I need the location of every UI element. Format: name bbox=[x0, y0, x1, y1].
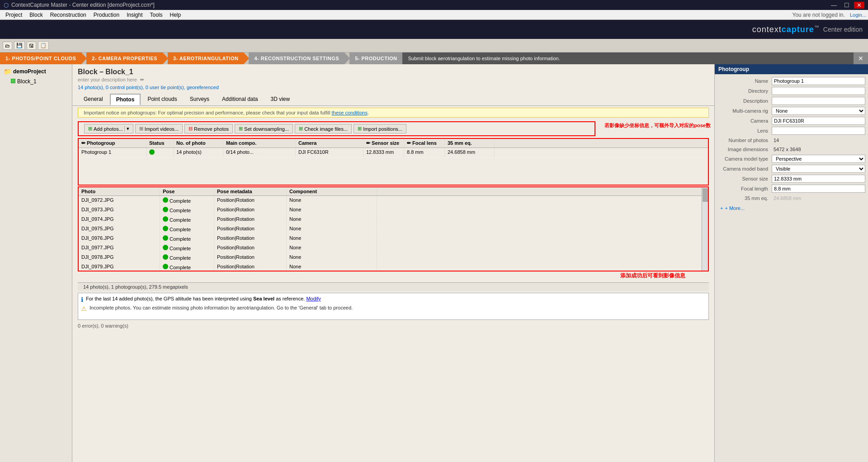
pg-eq-cell: 24.6858 mm bbox=[445, 148, 495, 157]
sidebar-block[interactable]: Block_1 bbox=[2, 77, 70, 86]
edit-desc-icon[interactable]: ✏ bbox=[140, 77, 144, 82]
pg-col-camera: Camera bbox=[296, 139, 363, 148]
menu-tools[interactable]: Tools bbox=[146, 11, 166, 19]
modify-link[interactable]: Modify bbox=[306, 296, 321, 301]
wf-tab-photos[interactable]: 1- PHOTOS/POINT CLOUDS bbox=[0, 52, 81, 64]
notice-link[interactable]: these conditions bbox=[331, 110, 368, 115]
edit-sensor-icon[interactable]: ✏ bbox=[366, 140, 370, 146]
field-multicam: Multi-camera rig None bbox=[717, 107, 865, 115]
num-photos-value: 14 bbox=[772, 137, 865, 144]
photo-col-photo: Photo bbox=[79, 187, 160, 195]
camera-input[interactable] bbox=[772, 117, 865, 125]
photo-meta: Position|Rotation bbox=[214, 205, 287, 214]
photo-row[interactable]: DJI_0974.JPG Complete Position|Rotation … bbox=[79, 215, 708, 224]
tab-general[interactable]: General bbox=[78, 94, 109, 105]
wf-tab-recon[interactable]: 4- RECONSTRUCTION SETTINGS bbox=[249, 52, 344, 64]
pg-sensor-cell: 12.8333 mm bbox=[363, 148, 404, 157]
check-images-button[interactable]: ⊞ Check image files... bbox=[295, 124, 352, 133]
photogroup-section: ✏ Photogroup Status No. of photo Main co… bbox=[78, 138, 709, 186]
name-input[interactable] bbox=[772, 77, 865, 85]
description-input[interactable] bbox=[772, 97, 865, 105]
titlebar-controls[interactable]: — ☐ ✕ bbox=[828, 2, 864, 9]
field-camera: Camera bbox=[717, 117, 865, 125]
cam-model-type-select[interactable]: Perspective bbox=[772, 155, 865, 163]
lens-input[interactable] bbox=[772, 127, 865, 135]
close-button[interactable]: ✕ bbox=[854, 2, 864, 9]
photo-comp: None bbox=[287, 234, 377, 243]
sidebar-project[interactable]: 📁 demoProject bbox=[2, 66, 70, 77]
menu-help[interactable]: Help bbox=[166, 11, 185, 19]
menu-project[interactable]: Project bbox=[2, 11, 26, 19]
block-info: 14 photo(s), 0 control point(s), 0 user … bbox=[78, 85, 709, 90]
tab-additional[interactable]: Additional data bbox=[216, 94, 264, 105]
import-video-icon: ⊞ bbox=[139, 126, 143, 132]
logo-trademark: ™ bbox=[814, 24, 820, 30]
field-cam-model-type: Camera model type Perspective bbox=[717, 155, 865, 163]
pose-ok-icon bbox=[163, 216, 168, 222]
photo-name: DJI_0974.JPG bbox=[79, 215, 160, 224]
photo-comp: None bbox=[287, 205, 377, 214]
photo-row[interactable]: DJI_0976.JPG Complete Position|Rotation … bbox=[79, 234, 708, 243]
check-icon: ⊞ bbox=[299, 126, 303, 132]
photo-status-bar: 14 photo(s), 1 photogroup(s), 279.5 mega… bbox=[78, 282, 709, 291]
photos-list-body: DJI_0972.JPG Complete Position|Rotation … bbox=[79, 196, 708, 271]
photo-meta: Position|Rotation bbox=[214, 262, 287, 271]
set-downsampling-button[interactable]: ⊞ Set downsampling... bbox=[235, 124, 293, 133]
pg-col-comp: Main compo. bbox=[223, 139, 296, 148]
wf-tab-camera[interactable]: 2- CAMERA PROPERTIES bbox=[86, 52, 163, 64]
edit-focal-icon[interactable]: ✏ bbox=[407, 140, 411, 146]
photo-meta: Position|Rotation bbox=[214, 234, 287, 243]
logobar: contextcapture™ Center edition bbox=[0, 20, 868, 39]
focal-length-input[interactable] bbox=[772, 185, 865, 193]
photogroup-row[interactable]: Photogroup 1 14 photo(s) 0/14 photo... D… bbox=[79, 148, 708, 157]
workflow-notice: Submit block aerotriangulation to estima… bbox=[402, 52, 854, 64]
cam-model-band-select[interactable]: Visible bbox=[772, 165, 865, 173]
action-row-outer: ⊞ Add photos... ▾ ⊞ Import videos... ⊟ R… bbox=[72, 119, 714, 136]
add-photos-button[interactable]: ⊞ Add photos... ▾ bbox=[84, 124, 133, 133]
error-bar: 0 error(s), 0 warning(s) bbox=[72, 322, 714, 330]
import-positions-button[interactable]: ⊞ Import positions... bbox=[354, 124, 406, 133]
sensor-size-input[interactable] bbox=[772, 175, 865, 183]
wf-tab-aero[interactable]: 3- AEROTRIANGULATION bbox=[168, 52, 244, 64]
workflow-tabs: 1- PHOTOS/POINT CLOUDS 2- CAMERA PROPERT… bbox=[0, 52, 868, 64]
photo-row[interactable]: DJI_0979.JPG Complete Position|Rotation … bbox=[79, 262, 708, 271]
edit-pg-icon[interactable]: ✏ bbox=[81, 140, 85, 146]
photo-name: DJI_0978.JPG bbox=[79, 253, 160, 262]
scrollbar[interactable] bbox=[702, 187, 708, 271]
save-button[interactable]: 💾 bbox=[14, 41, 25, 50]
menu-reconstruction[interactable]: Reconstruction bbox=[47, 11, 90, 19]
action-bar: ⊞ Add photos... ▾ ⊞ Import videos... ⊟ R… bbox=[78, 121, 595, 136]
photo-row[interactable]: DJI_0978.JPG Complete Position|Rotation … bbox=[79, 253, 708, 262]
report-button[interactable]: 📋 bbox=[38, 41, 49, 50]
minimize-button[interactable]: — bbox=[828, 2, 840, 9]
tab-surveys[interactable]: Surveys bbox=[184, 94, 215, 105]
photo-row[interactable]: DJI_0972.JPG Complete Position|Rotation … bbox=[79, 196, 708, 205]
dropdown-arrow-icon[interactable]: ▾ bbox=[124, 126, 129, 132]
photo-row[interactable]: DJI_0977.JPG Complete Position|Rotation … bbox=[79, 243, 708, 253]
photo-row[interactable]: DJI_0975.JPG Complete Position|Rotation … bbox=[79, 224, 708, 234]
directory-input[interactable] bbox=[772, 87, 865, 95]
menu-insight[interactable]: Insight bbox=[123, 11, 146, 19]
menu-production[interactable]: Production bbox=[90, 11, 123, 19]
photo-meta: Position|Rotation bbox=[214, 196, 287, 205]
new-button[interactable]: 🗁 bbox=[3, 42, 12, 50]
remove-photos-button[interactable]: ⊟ Remove photos bbox=[184, 124, 233, 133]
tab-3dview[interactable]: 3D view bbox=[265, 94, 296, 105]
scrollbar-thumb[interactable] bbox=[703, 188, 708, 202]
wf-tab-prod[interactable]: 5- PRODUCTION bbox=[349, 52, 402, 64]
pg-col-eq: 35 mm eq. bbox=[445, 139, 495, 148]
tab-photos[interactable]: Photos bbox=[110, 94, 141, 105]
workflow-close-button[interactable]: ✕ bbox=[854, 52, 868, 64]
maximize-button[interactable]: ☐ bbox=[841, 2, 852, 9]
more-button[interactable]: + + More... bbox=[717, 204, 865, 213]
photo-row[interactable]: DJI_0973.JPG Complete Position|Rotation … bbox=[79, 205, 708, 215]
tab-point-clouds[interactable]: Point clouds bbox=[142, 94, 183, 105]
multicam-select[interactable]: None bbox=[772, 107, 865, 115]
menu-block[interactable]: Block bbox=[26, 11, 46, 19]
login-link[interactable]: Login... bbox=[850, 12, 866, 18]
photo-pose: Complete bbox=[160, 196, 214, 205]
toolbar: 🗁 💾 🖫 📋 bbox=[0, 39, 868, 52]
import-videos-button[interactable]: ⊞ Import videos... bbox=[135, 124, 183, 133]
save-as-button[interactable]: 🖫 bbox=[27, 42, 36, 50]
pg-name-cell: Photogroup 1 bbox=[79, 148, 146, 157]
